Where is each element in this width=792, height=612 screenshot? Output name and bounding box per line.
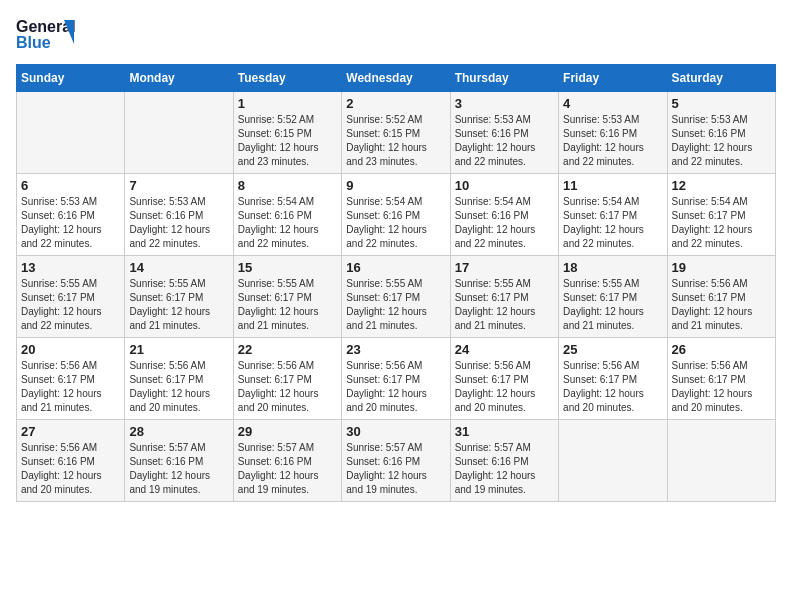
weekday-header-row: SundayMondayTuesdayWednesdayThursdayFrid… <box>17 65 776 92</box>
day-info: Sunrise: 5:54 AM Sunset: 6:16 PM Dayligh… <box>238 195 337 251</box>
day-info: Sunrise: 5:55 AM Sunset: 6:17 PM Dayligh… <box>129 277 228 333</box>
logo-svg: GeneralBlue <box>16 16 76 52</box>
day-number: 8 <box>238 178 337 193</box>
day-number: 27 <box>21 424 120 439</box>
day-info: Sunrise: 5:57 AM Sunset: 6:16 PM Dayligh… <box>346 441 445 497</box>
calendar-cell: 25Sunrise: 5:56 AM Sunset: 6:17 PM Dayli… <box>559 338 667 420</box>
day-info: Sunrise: 5:55 AM Sunset: 6:17 PM Dayligh… <box>238 277 337 333</box>
day-number: 31 <box>455 424 554 439</box>
day-info: Sunrise: 5:53 AM Sunset: 6:16 PM Dayligh… <box>563 113 662 169</box>
day-info: Sunrise: 5:54 AM Sunset: 6:17 PM Dayligh… <box>672 195 771 251</box>
calendar-cell: 7Sunrise: 5:53 AM Sunset: 6:16 PM Daylig… <box>125 174 233 256</box>
calendar-cell: 11Sunrise: 5:54 AM Sunset: 6:17 PM Dayli… <box>559 174 667 256</box>
weekday-header-monday: Monday <box>125 65 233 92</box>
day-number: 25 <box>563 342 662 357</box>
day-number: 19 <box>672 260 771 275</box>
day-info: Sunrise: 5:57 AM Sunset: 6:16 PM Dayligh… <box>129 441 228 497</box>
calendar-cell: 27Sunrise: 5:56 AM Sunset: 6:16 PM Dayli… <box>17 420 125 502</box>
calendar-cell: 4Sunrise: 5:53 AM Sunset: 6:16 PM Daylig… <box>559 92 667 174</box>
calendar-cell: 9Sunrise: 5:54 AM Sunset: 6:16 PM Daylig… <box>342 174 450 256</box>
calendar-week-5: 27Sunrise: 5:56 AM Sunset: 6:16 PM Dayli… <box>17 420 776 502</box>
calendar-cell: 13Sunrise: 5:55 AM Sunset: 6:17 PM Dayli… <box>17 256 125 338</box>
calendar-cell: 2Sunrise: 5:52 AM Sunset: 6:15 PM Daylig… <box>342 92 450 174</box>
calendar-cell <box>667 420 775 502</box>
calendar-cell: 6Sunrise: 5:53 AM Sunset: 6:16 PM Daylig… <box>17 174 125 256</box>
calendar-week-2: 6Sunrise: 5:53 AM Sunset: 6:16 PM Daylig… <box>17 174 776 256</box>
day-info: Sunrise: 5:53 AM Sunset: 6:16 PM Dayligh… <box>21 195 120 251</box>
day-number: 29 <box>238 424 337 439</box>
day-info: Sunrise: 5:53 AM Sunset: 6:16 PM Dayligh… <box>129 195 228 251</box>
day-info: Sunrise: 5:55 AM Sunset: 6:17 PM Dayligh… <box>563 277 662 333</box>
day-number: 16 <box>346 260 445 275</box>
day-number: 5 <box>672 96 771 111</box>
day-number: 7 <box>129 178 228 193</box>
day-info: Sunrise: 5:55 AM Sunset: 6:17 PM Dayligh… <box>346 277 445 333</box>
day-info: Sunrise: 5:56 AM Sunset: 6:17 PM Dayligh… <box>563 359 662 415</box>
weekday-header-friday: Friday <box>559 65 667 92</box>
day-info: Sunrise: 5:56 AM Sunset: 6:17 PM Dayligh… <box>129 359 228 415</box>
day-info: Sunrise: 5:56 AM Sunset: 6:17 PM Dayligh… <box>672 277 771 333</box>
day-number: 14 <box>129 260 228 275</box>
calendar-cell: 26Sunrise: 5:56 AM Sunset: 6:17 PM Dayli… <box>667 338 775 420</box>
calendar-cell: 21Sunrise: 5:56 AM Sunset: 6:17 PM Dayli… <box>125 338 233 420</box>
calendar-cell <box>125 92 233 174</box>
day-number: 13 <box>21 260 120 275</box>
weekday-header-tuesday: Tuesday <box>233 65 341 92</box>
weekday-header-saturday: Saturday <box>667 65 775 92</box>
calendar-cell: 10Sunrise: 5:54 AM Sunset: 6:16 PM Dayli… <box>450 174 558 256</box>
svg-text:Blue: Blue <box>16 34 51 51</box>
day-number: 1 <box>238 96 337 111</box>
calendar-week-4: 20Sunrise: 5:56 AM Sunset: 6:17 PM Dayli… <box>17 338 776 420</box>
day-info: Sunrise: 5:55 AM Sunset: 6:17 PM Dayligh… <box>21 277 120 333</box>
calendar-cell: 5Sunrise: 5:53 AM Sunset: 6:16 PM Daylig… <box>667 92 775 174</box>
day-number: 17 <box>455 260 554 275</box>
day-info: Sunrise: 5:52 AM Sunset: 6:15 PM Dayligh… <box>346 113 445 169</box>
calendar-cell: 29Sunrise: 5:57 AM Sunset: 6:16 PM Dayli… <box>233 420 341 502</box>
day-number: 22 <box>238 342 337 357</box>
day-number: 12 <box>672 178 771 193</box>
day-number: 4 <box>563 96 662 111</box>
day-number: 18 <box>563 260 662 275</box>
calendar-cell <box>17 92 125 174</box>
day-info: Sunrise: 5:57 AM Sunset: 6:16 PM Dayligh… <box>238 441 337 497</box>
calendar-cell: 28Sunrise: 5:57 AM Sunset: 6:16 PM Dayli… <box>125 420 233 502</box>
day-number: 23 <box>346 342 445 357</box>
calendar-cell: 17Sunrise: 5:55 AM Sunset: 6:17 PM Dayli… <box>450 256 558 338</box>
day-info: Sunrise: 5:54 AM Sunset: 6:16 PM Dayligh… <box>455 195 554 251</box>
day-number: 10 <box>455 178 554 193</box>
day-info: Sunrise: 5:54 AM Sunset: 6:16 PM Dayligh… <box>346 195 445 251</box>
day-info: Sunrise: 5:56 AM Sunset: 6:17 PM Dayligh… <box>346 359 445 415</box>
day-info: Sunrise: 5:53 AM Sunset: 6:16 PM Dayligh… <box>672 113 771 169</box>
calendar-cell: 24Sunrise: 5:56 AM Sunset: 6:17 PM Dayli… <box>450 338 558 420</box>
calendar-cell: 3Sunrise: 5:53 AM Sunset: 6:16 PM Daylig… <box>450 92 558 174</box>
day-number: 28 <box>129 424 228 439</box>
day-number: 30 <box>346 424 445 439</box>
calendar-cell: 15Sunrise: 5:55 AM Sunset: 6:17 PM Dayli… <box>233 256 341 338</box>
day-number: 2 <box>346 96 445 111</box>
logo: GeneralBlue <box>16 16 76 52</box>
day-info: Sunrise: 5:56 AM Sunset: 6:17 PM Dayligh… <box>21 359 120 415</box>
day-info: Sunrise: 5:53 AM Sunset: 6:16 PM Dayligh… <box>455 113 554 169</box>
calendar-cell: 1Sunrise: 5:52 AM Sunset: 6:15 PM Daylig… <box>233 92 341 174</box>
calendar-cell: 30Sunrise: 5:57 AM Sunset: 6:16 PM Dayli… <box>342 420 450 502</box>
day-number: 6 <box>21 178 120 193</box>
calendar-cell <box>559 420 667 502</box>
day-info: Sunrise: 5:56 AM Sunset: 6:17 PM Dayligh… <box>238 359 337 415</box>
calendar-cell: 14Sunrise: 5:55 AM Sunset: 6:17 PM Dayli… <box>125 256 233 338</box>
calendar-table: SundayMondayTuesdayWednesdayThursdayFrid… <box>16 64 776 502</box>
weekday-header-wednesday: Wednesday <box>342 65 450 92</box>
day-info: Sunrise: 5:52 AM Sunset: 6:15 PM Dayligh… <box>238 113 337 169</box>
calendar-cell: 20Sunrise: 5:56 AM Sunset: 6:17 PM Dayli… <box>17 338 125 420</box>
day-number: 3 <box>455 96 554 111</box>
day-number: 9 <box>346 178 445 193</box>
day-info: Sunrise: 5:56 AM Sunset: 6:17 PM Dayligh… <box>455 359 554 415</box>
calendar-cell: 23Sunrise: 5:56 AM Sunset: 6:17 PM Dayli… <box>342 338 450 420</box>
day-info: Sunrise: 5:56 AM Sunset: 6:17 PM Dayligh… <box>672 359 771 415</box>
calendar-cell: 31Sunrise: 5:57 AM Sunset: 6:16 PM Dayli… <box>450 420 558 502</box>
calendar-cell: 12Sunrise: 5:54 AM Sunset: 6:17 PM Dayli… <box>667 174 775 256</box>
weekday-header-thursday: Thursday <box>450 65 558 92</box>
calendar-cell: 16Sunrise: 5:55 AM Sunset: 6:17 PM Dayli… <box>342 256 450 338</box>
day-info: Sunrise: 5:54 AM Sunset: 6:17 PM Dayligh… <box>563 195 662 251</box>
day-info: Sunrise: 5:56 AM Sunset: 6:16 PM Dayligh… <box>21 441 120 497</box>
day-number: 21 <box>129 342 228 357</box>
